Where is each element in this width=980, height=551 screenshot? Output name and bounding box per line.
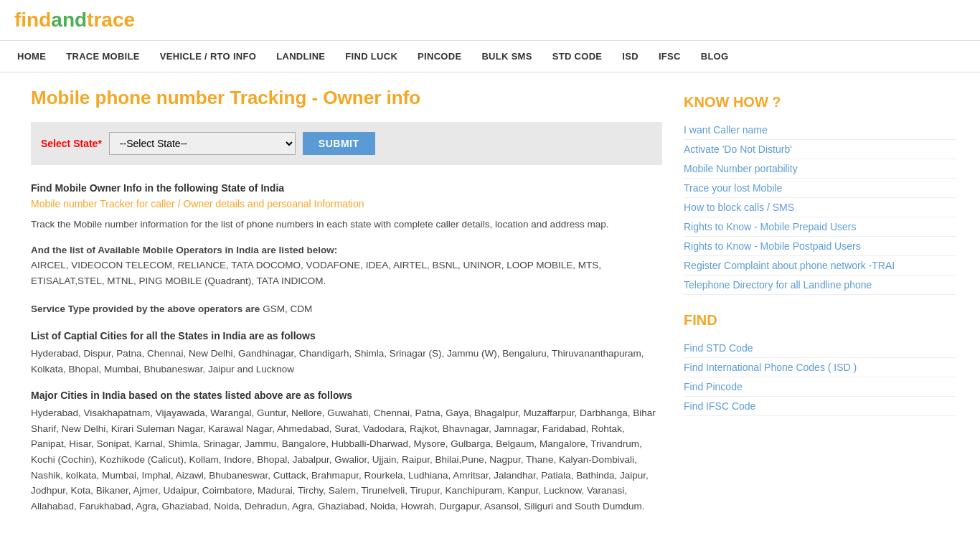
page-container: Mobile phone number Tracking - Owner inf… [9, 72, 971, 541]
service-type-text: Service Type provided by the above opera… [31, 301, 662, 317]
sidebar-link-pincode[interactable]: Find Pincode [684, 377, 956, 397]
sidebar-link-trai-complaint[interactable]: Register Complaint about phone network -… [684, 256, 956, 276]
section-heading-1: Find Mobile Owner Info in the following … [31, 182, 662, 194]
logo-find: find [14, 9, 51, 31]
state-select[interactable]: --Select State-- Andhra Pradesh Assam Bi… [109, 132, 296, 155]
section-capital-cities: List of Captial Cities for all the State… [31, 330, 662, 377]
required-marker: * [98, 138, 101, 149]
section-text-1: Track the Mobile number information for … [31, 217, 662, 232]
mobile-tracker-link[interactable]: Mobile number Tracker for caller / Owner… [31, 198, 662, 209]
nav-isd[interactable]: ISD [612, 41, 649, 72]
find-group: FIND Find STD Code Find International Ph… [684, 312, 956, 416]
nav-find-luck[interactable]: FIND LUCK [335, 41, 407, 72]
sidebar-link-block-calls[interactable]: How to block calls / SMS [684, 198, 956, 217]
find-title: FIND [684, 312, 956, 329]
site-logo: findandtrace [14, 9, 135, 31]
submit-button[interactable]: SUBMIT [303, 132, 375, 155]
main-content: Mobile phone number Tracking - Owner inf… [31, 87, 662, 527]
main-nav: HOME TRACE MOBILE VEHICLE / RTO INFO LAN… [0, 40, 980, 72]
sidebar-link-portability[interactable]: Mobile Number portability [684, 159, 956, 179]
sidebar-link-std-code[interactable]: Find STD Code [684, 339, 956, 358]
operators-list: And the list of Available Mobile Operato… [31, 242, 662, 289]
sidebar-link-lost-mobile[interactable]: Trace your lost Mobile [684, 179, 956, 198]
sidebar-link-ifsc[interactable]: Find IFSC Code [684, 397, 956, 416]
nav-home[interactable]: HOME [7, 41, 56, 72]
sidebar-link-caller-name[interactable]: I want Caller name [684, 121, 956, 140]
nav-landline[interactable]: LANDLINE [266, 41, 335, 72]
know-how-group: KNOW HOW ? I want Caller name Activate '… [684, 94, 956, 295]
section-major-cities: Major Cities in India based on the state… [31, 390, 662, 514]
nav-ifsc[interactable]: IFSC [649, 41, 691, 72]
major-cities-text: Hyderabad, Visakhapatnam, Vijayawada, Wa… [31, 405, 662, 514]
sidebar-link-postpaid-rights[interactable]: Rights to Know - Mobile Postpaid Users [684, 237, 956, 256]
select-state-label: Select State* [41, 138, 102, 149]
sidebar-link-isd[interactable]: Find International Phone Codes ( ISD ) [684, 358, 956, 377]
section-service-type: Service Type provided by the above opera… [31, 301, 662, 317]
sidebar: KNOW HOW ? I want Caller name Activate '… [684, 87, 956, 527]
nav-blog[interactable]: BLOG [691, 41, 739, 72]
section-find-owner: Find Mobile Owner Info in the following … [31, 182, 662, 288]
section-heading-4: Major Cities in India based on the state… [31, 390, 662, 401]
know-how-title: KNOW HOW ? [684, 94, 956, 110]
nav-vehicle-rto[interactable]: VEHICLE / RTO INFO [150, 41, 266, 72]
sidebar-link-prepaid-rights[interactable]: Rights to Know - Mobile Prepaid Users [684, 217, 956, 237]
nav-pincode[interactable]: PINCODE [407, 41, 471, 72]
nav-bulk-sms[interactable]: BULK SMS [471, 41, 542, 72]
logo-bar: findandtrace [0, 0, 980, 40]
state-form: Select State* --Select State-- Andhra Pr… [31, 122, 662, 165]
sidebar-link-telephone-directory[interactable]: Telephone Directory for all Landline pho… [684, 276, 956, 295]
logo-trace: trace [87, 9, 135, 31]
capital-cities-text: Hyderabad, Dispur, Patna, Chennai, New D… [31, 346, 662, 377]
page-title: Mobile phone number Tracking - Owner inf… [31, 87, 662, 109]
section-heading-3: List of Captial Cities for all the State… [31, 330, 662, 342]
sidebar-link-dnd[interactable]: Activate 'Do Not Disturb' [684, 140, 956, 159]
nav-trace-mobile[interactable]: TRACE MOBILE [56, 41, 150, 72]
logo-and: and [51, 9, 87, 31]
nav-std-code[interactable]: STD CODE [542, 41, 613, 72]
